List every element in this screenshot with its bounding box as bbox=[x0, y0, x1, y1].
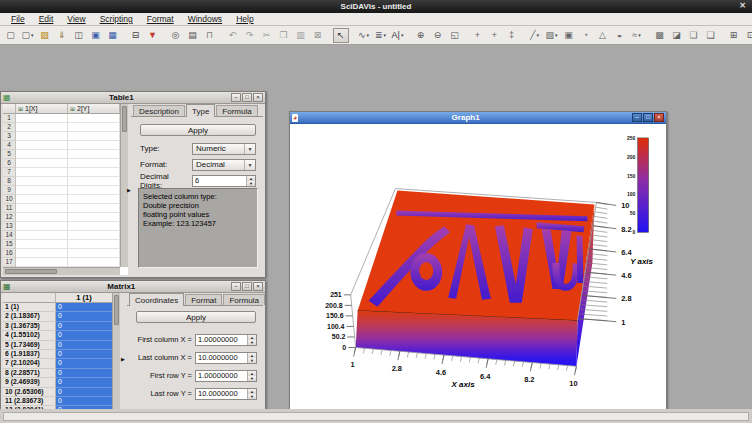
matrix-cell-selected[interactable]: 0 bbox=[56, 350, 112, 359]
plot-area-button[interactable]: ◒ bbox=[612, 28, 628, 43]
table-cell[interactable] bbox=[16, 231, 68, 240]
table-cell[interactable] bbox=[68, 240, 120, 249]
tab[interactable]: Description bbox=[133, 105, 185, 116]
matrix-row-header[interactable]: 5 (1.73469) bbox=[3, 341, 56, 350]
save-all-button[interactable]: ▦ bbox=[105, 28, 121, 43]
matrix-cell-selected[interactable]: 0 bbox=[56, 331, 112, 340]
matrix1-minimize-button[interactable]: − bbox=[231, 282, 241, 291]
menu-item[interactable]: View bbox=[60, 14, 92, 24]
table-cell[interactable] bbox=[68, 168, 120, 177]
matrix-cell-selected[interactable]: 0 bbox=[56, 303, 112, 312]
matrix-column-header[interactable]: 1 (1) bbox=[56, 293, 112, 303]
graph1-minimize-button[interactable]: − bbox=[632, 113, 642, 122]
project-explorer-button[interactable]: ▤ bbox=[185, 28, 201, 43]
find-in-project-button[interactable]: ◎ bbox=[168, 28, 184, 43]
spin-down-icon[interactable]: ▼ bbox=[247, 181, 255, 186]
lock-toolbars-button[interactable]: ⊓ bbox=[202, 28, 218, 43]
new-aside-button[interactable]: ▢▾ bbox=[20, 28, 36, 43]
table-cell[interactable] bbox=[16, 204, 68, 213]
matrix-splitter-handle[interactable]: ▶ bbox=[121, 356, 125, 362]
add-curve-button[interactable]: ▧▾ bbox=[544, 28, 560, 43]
matrix-grid[interactable]: 1 (1) 1 (1) 0 2 (1.18367) 0 bbox=[3, 293, 120, 423]
menu-item[interactable]: Scripting bbox=[93, 14, 140, 24]
row-number[interactable]: 13 bbox=[3, 222, 16, 231]
matrix-cell-selected[interactable]: 0 bbox=[56, 341, 112, 350]
table-cell[interactable] bbox=[16, 240, 68, 249]
table-cell[interactable] bbox=[16, 159, 68, 168]
matrix1-maximize-button[interactable]: □ bbox=[242, 282, 252, 291]
draw-line-button[interactable]: ╱▾ bbox=[527, 28, 543, 43]
chevron-down-icon[interactable]: ▼ bbox=[244, 160, 255, 170]
coordinate-spinbox[interactable]: 1.00000000 ▲ ▼ bbox=[195, 334, 257, 346]
table-cell[interactable] bbox=[68, 132, 120, 141]
rescale-to-show-all-button[interactable]: ◱ bbox=[447, 28, 463, 43]
table-cell[interactable] bbox=[68, 186, 120, 195]
table-cell[interactable] bbox=[68, 204, 120, 213]
matrix-row-header[interactable]: 10 (2.65306) bbox=[3, 388, 56, 397]
table-cell[interactable] bbox=[68, 231, 120, 240]
matrix-cell-selected[interactable]: 0 bbox=[56, 397, 112, 406]
table-cell[interactable] bbox=[16, 177, 68, 186]
cut-button[interactable]: ✂ bbox=[259, 28, 275, 43]
table-horizontal-scrollbar[interactable] bbox=[3, 267, 120, 275]
row-number[interactable]: 1 bbox=[3, 114, 16, 123]
matrix-row-header[interactable]: 3 (1.36735) bbox=[3, 322, 56, 331]
table1-titlebar[interactable]: ▦ Table1 − □ × bbox=[1, 92, 265, 104]
row-number[interactable]: 9 bbox=[3, 186, 16, 195]
tab[interactable]: Type bbox=[186, 104, 215, 117]
table-cell[interactable] bbox=[68, 195, 120, 204]
table-cell[interactable] bbox=[16, 168, 68, 177]
table-cell[interactable] bbox=[68, 123, 120, 132]
app-close-button[interactable]: ✕ bbox=[739, 1, 746, 10]
matrix-row-header[interactable]: 7 (2.10204) bbox=[3, 359, 56, 368]
table-cell[interactable] bbox=[68, 249, 120, 258]
plot-canvas[interactable]: 251200.8150.6100.450.20 12.84.66.48.210 … bbox=[291, 124, 665, 419]
export-pdf-button[interactable]: ▼ bbox=[145, 28, 161, 43]
matrix-row-header[interactable]: 8 (2.28571) bbox=[3, 369, 56, 378]
matrix-vertical-scrollbar[interactable] bbox=[112, 293, 120, 423]
row-number[interactable]: 12 bbox=[3, 213, 16, 222]
table-cell[interactable] bbox=[16, 258, 68, 267]
scrollbar-thumb[interactable] bbox=[5, 269, 57, 274]
matrix1-titlebar[interactable]: ▦ Matrix1 − □ × bbox=[1, 281, 265, 293]
table-cell[interactable] bbox=[68, 258, 120, 267]
row-number[interactable]: 8 bbox=[3, 177, 16, 186]
zoom-in-button[interactable]: ⊕ bbox=[413, 28, 429, 43]
graph1-maximize-button[interactable]: □ bbox=[643, 113, 653, 122]
table-cell[interactable] bbox=[68, 222, 120, 231]
add-image-button[interactable]: ▣ bbox=[561, 28, 577, 43]
row-number[interactable]: 11 bbox=[3, 204, 16, 213]
table-cell[interactable] bbox=[16, 114, 68, 123]
matrix1-close-button[interactable]: × bbox=[253, 282, 263, 291]
chevron-down-icon[interactable]: ▼ bbox=[244, 144, 255, 154]
table1-minimize-button[interactable]: − bbox=[231, 93, 241, 102]
table1-close-button[interactable]: × bbox=[253, 93, 263, 102]
spin-value[interactable]: 1.00000000 bbox=[196, 371, 247, 381]
spin-down-icon[interactable]: ▼ bbox=[248, 358, 256, 363]
column-header[interactable]: ⊞ 1[X] bbox=[16, 104, 68, 114]
matrix-cell-selected[interactable]: 0 bbox=[56, 359, 112, 368]
type-combobox[interactable]: Numeric ▼ bbox=[192, 143, 256, 155]
table-cell[interactable] bbox=[68, 177, 120, 186]
matrix-row-header[interactable]: 9 (2.46939) bbox=[3, 378, 56, 387]
table1-maximize-button[interactable]: □ bbox=[242, 93, 252, 102]
plot-lines-button[interactable]: ∿▾ bbox=[356, 28, 372, 43]
plot-3d-trajectory-button[interactable]: ❏ bbox=[686, 28, 702, 43]
tab[interactable]: Formula bbox=[216, 105, 257, 116]
row-number[interactable]: 10 bbox=[3, 195, 16, 204]
row-number[interactable]: 6 bbox=[3, 159, 16, 168]
matrix-cell-selected[interactable]: 0 bbox=[56, 312, 112, 321]
table-cell[interactable] bbox=[16, 195, 68, 204]
matrix-cell-selected[interactable]: 0 bbox=[56, 369, 112, 378]
new-matrix-button[interactable]: ⊡ bbox=[743, 28, 752, 43]
spin-value[interactable]: 1.00000000 bbox=[196, 335, 247, 345]
graph1-close-button[interactable]: × bbox=[654, 113, 664, 122]
save-template-button[interactable]: ◫ bbox=[71, 28, 87, 43]
row-number[interactable]: 15 bbox=[3, 240, 16, 249]
table-vertical-scrollbar[interactable] bbox=[120, 104, 128, 267]
row-number[interactable]: 2 bbox=[3, 123, 16, 132]
screen-cursor-button[interactable]: + bbox=[470, 28, 486, 43]
matrix-corner-cell[interactable] bbox=[3, 293, 56, 303]
table-corner-cell[interactable] bbox=[3, 104, 16, 114]
coordinate-spinbox[interactable]: 10.0000000 ▲ ▼ bbox=[195, 388, 257, 400]
